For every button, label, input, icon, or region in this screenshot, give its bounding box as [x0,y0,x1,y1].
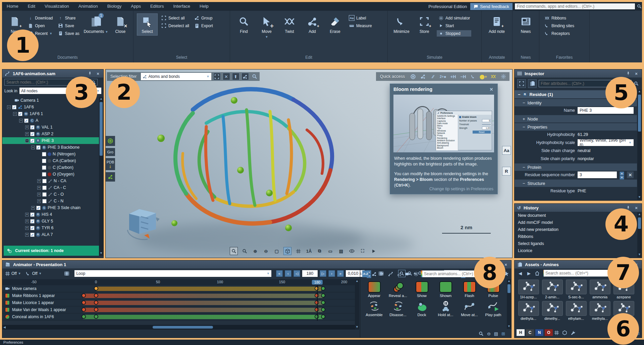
change-tip-settings-link[interactable]: Change tip settings in Preferences [429,187,493,191]
orthographic-icon[interactable]: ▢ [273,247,281,255]
menu-tab[interactable]: Biology [103,2,126,11]
tree-node-tyr6[interactable]: +✓RTYR 6 [2,225,99,231]
history-scrollbar[interactable]: ▲▼ [637,212,642,257]
minimize-button[interactable]: Minimize [391,13,412,36]
asset-tile[interactable]: 2-amin... [540,279,564,300]
close-icon[interactable]: × [95,71,101,76]
step-back-button[interactable]: ◁ [293,270,300,277]
asset-tile[interactable]: ammonia [588,279,612,300]
timeline-ruler[interactable]: -50 0 50 100 150 200 180 [2,279,359,285]
tree-node-phe3-selected[interactable]: −✓RPHE 3 [2,137,99,144]
playhead-badge[interactable]: 180 [312,280,323,285]
select-all-icon[interactable] [213,73,221,80]
tree-node-backbone[interactable]: −✓BPHE 3 Backbone [2,144,99,151]
eye-icon[interactable] [348,247,356,255]
tree-node-ala7[interactable]: +✓RALA 7 [2,231,99,238]
animation-hold-at[interactable]: Hold at... [434,299,458,318]
deselect-all-icon[interactable]: ✕ [223,73,230,80]
select-button[interactable]: Select [137,13,158,36]
inspect-document-icon[interactable] [528,79,537,88]
keyframe[interactable] [94,293,98,298]
select-parent-icon[interactable]: ⬆ [232,73,239,80]
track-vdw-appear[interactable]: Make Van der Waals 1 appear [2,306,359,313]
keyframe[interactable] [94,286,98,291]
favorite-binding-sites-button[interactable]: Binding sites [543,22,576,29]
element-h-button[interactable]: H [517,329,525,336]
track-ribbons-appear[interactable]: Make Ribbons 1 appear [2,292,359,299]
asset-tile[interactable]: ethylam... [564,300,588,322]
label-editor-tab[interactable]: Aa [502,146,511,155]
timeline-vscrollbar[interactable]: ▲▼ [355,279,359,330]
playhead-line[interactable] [317,285,318,321]
history-item[interactable]: Select ligands [515,240,637,247]
keyframe[interactable] [94,307,98,312]
export-button[interactable]: Export [193,22,214,29]
add-simulator-button[interactable]: Add simulator [437,15,471,21]
menu-tab[interactable]: Animation [74,2,103,11]
camera-filter-icon[interactable] [404,270,411,277]
find-icon[interactable] [251,73,258,80]
tree-node-side-chain[interactable]: +✓SPHE 3 Side chain [2,204,99,211]
save-as-button[interactable]: Save as [56,30,81,37]
documents-button[interactable]: 1Documents ▼ [83,13,109,36]
zoom-out-icon[interactable]: ⊖ [262,247,270,255]
loop-mode-select[interactable]: Loop▼ [74,270,271,277]
asset-tile[interactable]: S-sec-b... [564,279,588,300]
tree-node-val1[interactable]: +✓RVAL 1 [2,124,99,131]
hbond-tab-icon[interactable] [106,172,115,182]
charge-icon[interactable]: 2+● [439,73,447,80]
asset-tile[interactable]: methyla... [588,300,612,322]
keyframe[interactable] [321,286,325,291]
tree-node-atom-c[interactable]: C (Carbon) [2,164,99,171]
list-view-icon[interactable]: ▤ [494,331,498,336]
next-keyframe-button[interactable]: › [328,270,335,277]
remove-hydrogens-icon[interactable]: −H [459,73,467,80]
menu-tab[interactable]: Home [2,2,23,11]
zoom-in-icon[interactable]: ⊕ [251,247,259,255]
zoom-out-icon[interactable]: ⊖ [487,331,491,336]
animation-appear[interactable]: Appear [362,280,386,299]
history-item[interactable]: Licorice [515,247,637,254]
snap-toggle[interactable]: Off▼ [5,271,21,276]
selection-filter-select[interactable]: Atoms and bonds▼ [141,73,211,80]
save-button[interactable]: Save [56,22,81,29]
close-icon[interactable]: × [634,71,639,76]
keyframe[interactable] [82,314,86,319]
command-search-input[interactable] [515,3,635,10]
step-forward-button[interactable]: ▷ [320,270,326,277]
search-icon[interactable] [637,4,642,9]
tree-node-chain[interactable]: −✓CA [2,117,99,124]
store-button[interactable]: +Store [414,13,435,36]
go-to-start-button[interactable]: « [276,270,283,277]
inspector-scrollbar[interactable]: ▲▼ [637,90,642,200]
navigation-wheel-icon[interactable] [409,73,417,80]
play-icon[interactable] [369,247,377,255]
animation-tiles-scrollbar[interactable]: ▲▼ [507,279,511,329]
add-van-der-waals-icon[interactable]: ⬤+ [479,73,487,80]
menu-tab[interactable]: Edit [23,2,40,11]
keyframe[interactable] [94,300,98,305]
deselect-all-button[interactable]: Deselect all [160,22,191,29]
periodic-table-icon[interactable] [554,330,561,335]
animation-move-at[interactable]: Move at... [458,299,481,318]
keyframe[interactable] [321,300,325,305]
tree-node-his4[interactable]: +✓RHIS 4 [2,211,99,218]
close-icon[interactable]: × [634,205,639,210]
measure-button[interactable]: Measure [347,22,373,29]
keyframe[interactable] [82,307,86,312]
settings-filter-icon[interactable] [413,270,419,277]
pdb-tab[interactable]: PDB⭳ [106,158,115,170]
element-o-button[interactable]: O [545,329,553,336]
expand-selection-icon[interactable] [241,73,249,80]
viewport-3d[interactable]: Selection filter Atoms and bonds▼ ✕ ⬆ Qu… [105,69,513,258]
section-properties[interactable]: −Properties [515,123,637,131]
sort-az-icon[interactable]: A-Z [362,270,369,277]
zoom-icon[interactable] [240,247,249,255]
pick-node-icon[interactable] [517,79,526,88]
animation-reveal[interactable]: Reveal a... [386,280,410,299]
label-button[interactable]: AaLabel [347,15,373,21]
erase-button[interactable]: Erase [325,13,345,36]
tree-node-bond-co[interactable]: +C - O [2,191,99,198]
ring-icon[interactable] [562,330,569,335]
layout-icon[interactable]: ▤ [337,247,345,255]
